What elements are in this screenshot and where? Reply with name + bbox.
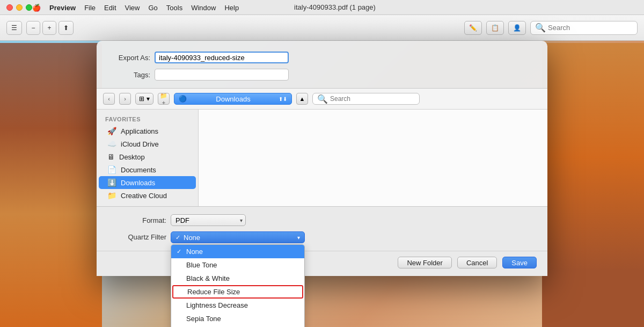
sidebar-item-documents[interactable]: 📄 Documents (99, 163, 196, 176)
bg-buildings-left (0, 43, 102, 327)
dropdown-item-black-white[interactable]: Black & White (171, 272, 304, 285)
creative-cloud-icon: 📁 (107, 191, 116, 200)
file-browser: ‹ › ⊞ ▾ 📁+ 🔵 Downloads ⬆⬇ ▲ 🔍 Favorites (97, 88, 547, 206)
dropdown-item-lightness-decrease[interactable]: Lightness Decrease (171, 299, 304, 312)
dropdown-item-sepia-tone[interactable]: Sepia Tone (171, 312, 304, 325)
save-button[interactable]: Save (502, 257, 537, 268)
close-button[interactable] (6, 4, 13, 11)
copy-button[interactable]: 📋 (486, 21, 504, 35)
sidebar: Favorites 🚀 Applications ☁️ iCloud Drive… (97, 110, 199, 206)
menu-go[interactable]: Go (148, 3, 157, 11)
menu-view[interactable]: View (125, 3, 140, 11)
dialog-bottom: Format: PDF ▾ Quartz Filter ✓ None ▾ (97, 206, 547, 251)
search-icon: 🔍 (535, 23, 546, 33)
dropdown-item-reduce-file-size-label: Reduce File Size (187, 288, 240, 296)
format-select-wrapper: PDF ▾ (171, 214, 246, 226)
quartz-selected-value: None (184, 234, 200, 242)
menu-help[interactable]: Help (224, 3, 239, 11)
new-folder-button[interactable]: New Folder (398, 257, 451, 268)
browser-search-input[interactable] (330, 95, 415, 103)
checkmark-icon: ✓ (175, 234, 180, 241)
documents-icon: 📄 (107, 165, 116, 174)
sidebar-item-downloads[interactable]: ⬇️ Downloads (99, 176, 196, 189)
applications-label: Applications (121, 127, 158, 135)
format-select[interactable]: PDF (171, 214, 246, 226)
dropdown-item-lightness-decrease-label: Lightness Decrease (186, 301, 248, 309)
applications-icon: 🚀 (107, 127, 116, 135)
back-button[interactable]: ‹ (103, 93, 115, 105)
documents-label: Documents (121, 166, 156, 174)
dialog-buttons: New Folder Cancel Save (97, 251, 547, 276)
view-arrow: ▾ (147, 95, 150, 103)
tags-label: Tags: (107, 71, 150, 79)
pencil-button[interactable]: ✏️ (464, 21, 482, 35)
downloads-icon: ⬇️ (107, 178, 116, 187)
browser-search-box[interactable]: 🔍 (312, 93, 420, 105)
minimize-button[interactable] (16, 4, 23, 11)
file-list-area[interactable] (199, 110, 547, 206)
zoom-out-button[interactable]: − (26, 21, 40, 35)
search-box[interactable]: 🔍 (530, 21, 638, 35)
format-label: Format: (107, 216, 166, 224)
sidebar-toggle-button[interactable]: ☰ (6, 21, 22, 35)
dropdown-item-none[interactable]: ✓ None (171, 245, 304, 258)
dropdown-item-none-label: None (186, 248, 203, 256)
share-button[interactable]: ⬆ (58, 21, 74, 35)
selected-check-icon: ✓ (177, 248, 181, 255)
person-button[interactable]: 👤 (508, 21, 526, 35)
sidebar-item-creative-cloud[interactable]: 📁 Creative Cloud (99, 189, 196, 202)
dropdown-item-sepia-tone-label: Sepia Tone (186, 315, 221, 323)
sidebar-item-applications[interactable]: 🚀 Applications (99, 125, 196, 137)
quartz-filter-row: Quartz Filter ✓ None ▾ ✓ None Blue Tone (107, 231, 537, 243)
traffic-lights (6, 4, 32, 11)
browser-search-icon: 🔍 (317, 94, 328, 104)
menu-tools[interactable]: Tools (166, 3, 182, 11)
export-as-label: Export As: (107, 54, 150, 62)
fullscreen-button[interactable] (26, 4, 32, 11)
zoom-in-button[interactable]: + (42, 21, 56, 35)
sidebar-item-icloud[interactable]: ☁️ iCloud Drive (99, 137, 196, 150)
quartz-dropdown-menu: ✓ None Blue Tone Black & White Reduce Fi… (171, 244, 305, 327)
dialog-header: Export As: Tags: (97, 41, 547, 88)
cancel-button[interactable]: Cancel (457, 257, 497, 268)
sidebar-toggle-group: ☰ (6, 21, 22, 35)
location-label: Downloads (216, 95, 250, 103)
apple-menu[interactable]: 🍎 (32, 3, 41, 11)
menu-preview[interactable]: Preview (49, 3, 76, 11)
tags-row: Tags: (107, 69, 537, 81)
desktop-icon: 🖥 (107, 152, 115, 161)
quartz-dropdown-arrow: ▾ (297, 235, 300, 241)
zoom-group: − + ⬆ (26, 21, 74, 35)
quartz-dropdown-container: ✓ None ▾ ✓ None Blue Tone Black & White (171, 231, 305, 243)
save-dialog: Export As: Tags: ‹ › ⊞ ▾ 📁+ 🔵 Downloads … (97, 41, 547, 276)
dropdown-item-black-white-label: Black & White (186, 274, 230, 282)
sidebar-item-desktop[interactable]: 🖥 Desktop (99, 150, 196, 163)
menu-file[interactable]: File (84, 3, 96, 11)
view-selector[interactable]: ⊞ ▾ (135, 93, 153, 105)
menu-bar: 🍎 Preview File Edit View Go Tools Window… (32, 3, 239, 11)
icloud-label: iCloud Drive (121, 140, 159, 148)
forward-button[interactable]: › (119, 93, 131, 105)
location-dropdown[interactable]: 🔵 Downloads ⬆⬇ (174, 93, 292, 105)
browser-toolbar: ‹ › ⊞ ▾ 📁+ 🔵 Downloads ⬆⬇ ▲ 🔍 (97, 89, 547, 110)
icloud-icon: ☁️ (107, 140, 116, 148)
export-as-input[interactable] (155, 52, 289, 63)
desktop-label: Desktop (119, 153, 145, 161)
favorites-label: Favorites (97, 115, 198, 125)
dropdown-item-blue-tone[interactable]: Blue Tone (171, 258, 304, 272)
new-folder-icon-button[interactable]: 📁+ (158, 93, 170, 105)
dropdown-item-blue-tone-label: Blue Tone (186, 261, 217, 269)
titlebar: 🍎 Preview File Edit View Go Tools Window… (0, 0, 644, 15)
quartz-dropdown-trigger[interactable]: ✓ None ▾ (171, 231, 305, 243)
expand-button[interactable]: ▲ (296, 93, 308, 105)
downloads-label: Downloads (121, 179, 155, 187)
export-as-row: Export As: (107, 52, 537, 63)
format-row: Format: PDF ▾ (107, 214, 537, 226)
menu-window[interactable]: Window (191, 3, 216, 11)
tags-input[interactable] (155, 69, 289, 81)
toolbar: ☰ − + ⬆ ✏️ 📋 👤 🔍 (0, 15, 644, 41)
dropdown-item-reduce-file-size[interactable]: Reduce File Size (172, 285, 303, 299)
menu-edit[interactable]: Edit (104, 3, 116, 11)
search-input[interactable] (548, 24, 633, 32)
location-arrows: ⬆⬇ (279, 96, 287, 102)
